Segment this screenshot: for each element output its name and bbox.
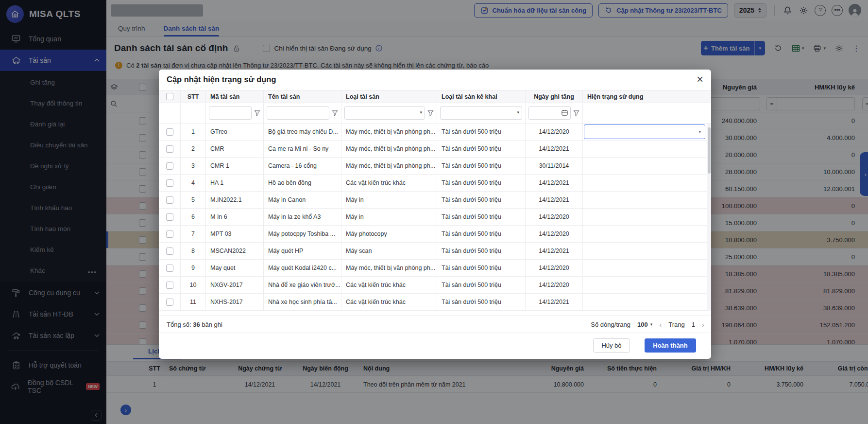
dialog-table-body: 1 GTreo Bộ giá treo máy chiếu D... Máy m… <box>159 124 711 311</box>
page-size-select[interactable]: 100▾ <box>637 321 652 328</box>
cell-loai-ke-khai: Tài sản dưới 500 triệu <box>437 260 526 276</box>
cell-ma-tai-san: CMR <box>206 141 264 157</box>
page-label: Trang <box>668 321 684 328</box>
cell-ten-tai-san: Máy quét HP <box>264 243 341 259</box>
cell-ma-tai-san: MPT 03 <box>206 226 264 242</box>
cell-stt: 5 <box>181 192 206 208</box>
asset-row[interactable]: 9 May quet Máy quét Kodal i2420 c... Máy… <box>159 260 711 277</box>
cell-stt: 7 <box>181 226 206 242</box>
row-checkbox[interactable] <box>166 128 173 136</box>
cell-loai-tai-san: Máy móc, thiết bị văn phòng ph... <box>341 158 437 174</box>
cell-stt: 2 <box>181 141 206 157</box>
cell-ma-tai-san: MSCAN2022 <box>206 243 264 259</box>
dialog-filter-row: ▾ ▾ <box>159 103 711 124</box>
cell-loai-tai-san: Các vật kiến trúc khác <box>341 277 437 293</box>
filter-ten-tai-san-input[interactable] <box>267 106 329 120</box>
dialog-title: Cập nhật hiện trạng sử dụng <box>167 75 276 84</box>
total-count: 36 <box>193 321 200 328</box>
scrollbar-thumb[interactable] <box>708 127 711 174</box>
column-header-ngay-ghi-tang[interactable]: Ngày ghi tăng <box>526 90 583 103</box>
cancel-button[interactable]: Hủy bỏ <box>593 338 630 353</box>
cell-ma-tai-san: HA 1 <box>206 175 264 191</box>
cell-ma-tai-san: M In 6 <box>206 209 264 225</box>
asset-row[interactable]: 7 MPT 03 Máy potocppy Toshiba ... Máy ph… <box>159 226 711 243</box>
select-all-checkbox[interactable] <box>166 93 173 100</box>
dialog-footer: Tổng số: 36 bản ghi Số dòng/trang 100▾ ‹… <box>159 316 711 333</box>
chevron-down-icon: ▾ <box>420 110 422 115</box>
row-checkbox[interactable] <box>166 196 173 204</box>
row-checkbox[interactable] <box>166 247 173 255</box>
asset-row[interactable]: 6 M In 6 Máy in la ze khổ A3 Máy in Tài … <box>159 209 711 226</box>
row-checkbox[interactable] <box>166 162 173 170</box>
cell-ngay-ghi-tang: 14/12/2021 <box>526 243 583 259</box>
prev-page-icon[interactable]: ‹ <box>659 320 662 329</box>
cell-ma-tai-san: GTreo <box>206 124 264 140</box>
close-icon[interactable]: × <box>697 72 703 87</box>
filter-ma-tai-san-input[interactable] <box>209 106 252 120</box>
filter-funnel-icon[interactable] <box>573 110 579 116</box>
dialog-scrollbar[interactable] <box>707 124 711 311</box>
column-header-ten-tai-san[interactable]: Tên tài sản <box>264 90 341 103</box>
filter-funnel-icon[interactable] <box>254 110 260 116</box>
filter-funnel-icon[interactable] <box>332 110 338 116</box>
cell-ma-tai-san: CMR 1 <box>206 158 264 174</box>
cell-stt: 4 <box>181 175 206 191</box>
row-checkbox[interactable] <box>166 145 173 153</box>
asset-row[interactable]: 3 CMR 1 Camera - 16 cổng Máy móc, thiết … <box>159 158 711 175</box>
asset-row[interactable]: 10 NXGV-2017 Nhà để xe giáo viên trướ...… <box>159 277 711 294</box>
cell-loai-ke-khai: Tài sản dưới 500 triệu <box>437 294 526 310</box>
column-header-ma-tai-san[interactable]: Mã tài sản <box>206 90 264 103</box>
cell-loai-tai-san: Máy móc, thiết bị văn phòng ph... <box>341 260 437 276</box>
cell-ngay-ghi-tang: 14/12/2021 <box>526 294 583 310</box>
filter-loai-ke-khai-select[interactable] <box>440 106 522 120</box>
cell-ma-tai-san: NXGV-2017 <box>206 277 264 293</box>
asset-row[interactable]: 2 CMR Ca me ra Mi ni - So ny Máy móc, th… <box>159 141 711 158</box>
cell-ngay-ghi-tang: 14/12/2020 <box>526 209 583 225</box>
cell-loai-ke-khai: Tài sản dưới 500 triệu <box>437 158 526 174</box>
row-checkbox[interactable] <box>166 179 173 187</box>
column-header-stt[interactable]: STT <box>181 90 206 103</box>
filter-funnel-icon[interactable] <box>427 110 434 116</box>
cell-ngay-ghi-tang: 14/12/2021 <box>526 175 583 191</box>
cell-loai-ke-khai: Tài sản dưới 500 triệu <box>437 277 526 293</box>
update-usage-status-dialog: Cập nhật hiện trạng sử dụng × STT Mã tài… <box>159 70 711 359</box>
cell-ngay-ghi-tang: 14/12/2021 <box>526 141 583 157</box>
cell-loai-ke-khai: Tài sản dưới 500 triệu <box>437 226 526 242</box>
column-header-hien-trang-su-dung[interactable]: Hiện trạng sử dụng <box>583 90 707 103</box>
next-page-icon[interactable]: › <box>702 320 704 329</box>
total-label: Tổng số: <box>167 321 191 328</box>
cell-loai-tai-san: Máy scan <box>341 243 437 259</box>
asset-row[interactable]: 1 GTreo Bộ giá treo máy chiếu D... Máy m… <box>159 124 711 141</box>
cell-ten-tai-san: Máy potocppy Toshiba ... <box>264 226 341 242</box>
asset-row[interactable]: 4 HA 1 Hồ ao bên đông Các vật kiến trúc … <box>159 175 711 192</box>
row-checkbox[interactable] <box>166 265 173 272</box>
complete-button[interactable]: Hoàn thành <box>645 338 696 353</box>
asset-row[interactable]: 11 NXHS-2017 Nhà xe học sinh phía tâ... … <box>159 294 711 311</box>
filter-loai-tai-san-select[interactable] <box>344 106 425 120</box>
cell-ma-tai-san: NXHS-2017 <box>206 294 264 310</box>
column-header-loai-tai-san-ke-khai[interactable]: Loại tài sản kê khai <box>437 90 526 103</box>
cell-ma-tai-san: M.IN2022.1 <box>206 192 264 208</box>
usage-status-dropdown[interactable]: ▾ <box>584 124 705 139</box>
cell-stt: 8 <box>181 243 206 259</box>
asset-row[interactable]: 5 M.IN2022.1 Máy in Canon Máy in Tài sản… <box>159 192 711 209</box>
row-checkbox[interactable] <box>166 299 173 306</box>
row-checkbox[interactable] <box>166 282 173 289</box>
cell-ten-tai-san: Camera - 16 cổng <box>264 158 341 174</box>
chevron-down-icon: ▾ <box>698 129 701 134</box>
dialog-table-header: STT Mã tài sản Tên tài sản Loại tài sản … <box>159 90 711 103</box>
cell-ten-tai-san: Máy quét Kodal i2420 c... <box>264 260 341 276</box>
cell-ten-tai-san: Máy in la ze khổ A3 <box>264 209 341 225</box>
cell-ngay-ghi-tang: 30/11/2014 <box>526 158 583 174</box>
column-header-loai-tai-san[interactable]: Loại tài sản <box>341 90 437 103</box>
cell-stt: 6 <box>181 209 206 225</box>
calendar-icon[interactable] <box>561 109 568 116</box>
cell-stt: 1 <box>181 124 206 140</box>
row-checkbox[interactable] <box>166 230 173 238</box>
row-checkbox[interactable] <box>166 213 173 221</box>
cell-loai-tai-san: Máy móc, thiết bị văn phòng ph... <box>341 124 437 140</box>
asset-row[interactable]: 8 MSCAN2022 Máy quét HP Máy scan Tài sản… <box>159 243 711 260</box>
cell-ngay-ghi-tang: 14/12/2020 <box>526 277 583 293</box>
cell-stt: 11 <box>181 294 206 310</box>
cell-ten-tai-san: Bộ giá treo máy chiếu D... <box>264 124 341 140</box>
